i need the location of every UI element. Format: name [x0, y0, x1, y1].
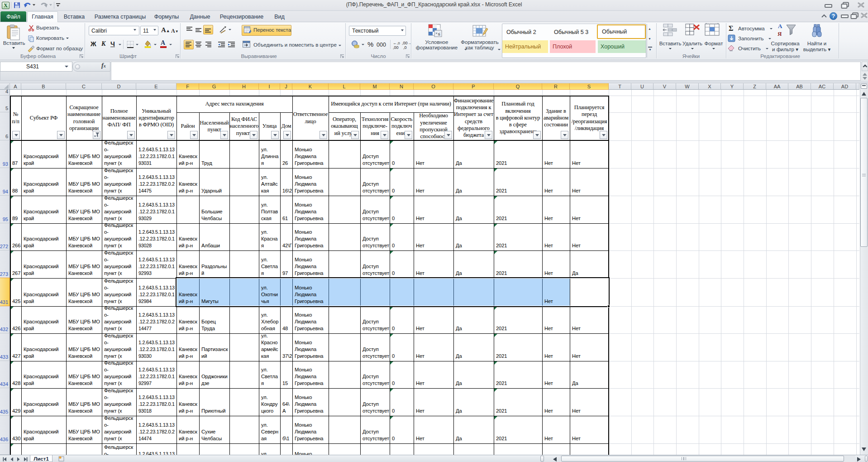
svg-text:≤: ≤ — [438, 32, 440, 36]
